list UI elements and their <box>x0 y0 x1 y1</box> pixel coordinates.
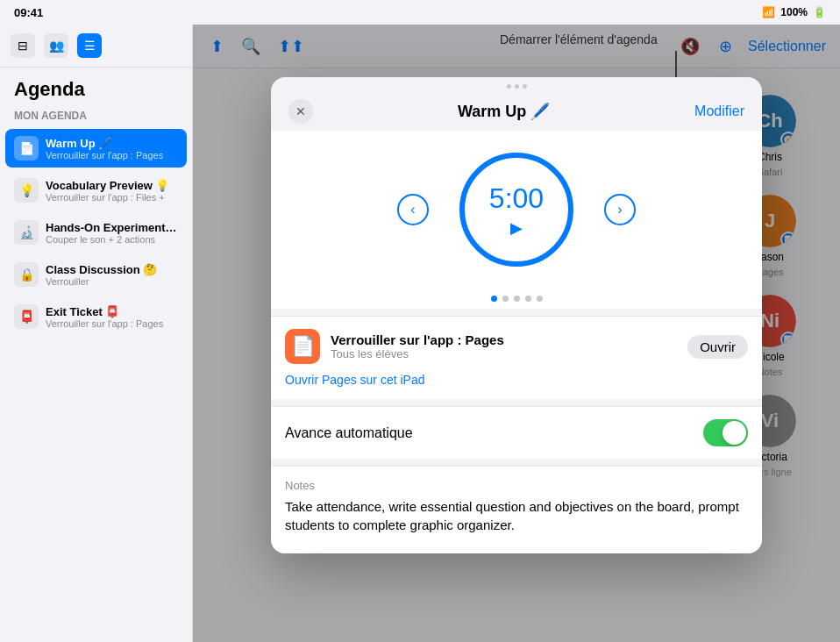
sidebar: ⊟ 👥 ☰ Agenda Mon agenda 📄 Warm Up 🖊️ Ver… <box>0 25 193 642</box>
app-link[interactable]: Ouvrir Pages sur cet iPad <box>285 373 748 387</box>
modal: ✕ Warm Up 🖊️ Modifier ‹ 5:00 ▶ <box>271 77 762 553</box>
page-dots <box>271 289 762 309</box>
discussion-icon: 🔒 <box>14 262 39 287</box>
sidebar-item-handson[interactable]: 🔬 Hands-On Experiment 🔬 Couper le son + … <box>5 213 187 252</box>
battery-icon: 🔋 <box>813 6 826 18</box>
notes-section: Notes Take attendance, write essential q… <box>271 466 762 553</box>
app-open-button[interactable]: Ouvrir <box>687 335 748 359</box>
warmup-icon: 📄 <box>14 136 39 160</box>
modal-header: ✕ Warm Up 🖊️ Modifier <box>271 89 762 131</box>
handle-dot-3 <box>523 84 527 89</box>
vocabulary-sub: Verrouiller sur l'app : Files + <box>46 192 178 203</box>
warmup-name: Warm Up 🖊️ <box>46 137 178 150</box>
app-lock-row: 📄 Verrouiller sur l'app : Pages Tous les… <box>285 329 748 364</box>
handle-dot-2 <box>515 84 519 89</box>
vocabulary-name: Vocabulary Preview 💡 <box>46 179 178 192</box>
page-dot-4[interactable] <box>525 296 531 302</box>
app-lock-sub: Tous les élèves <box>331 347 677 360</box>
auto-advance-label: Avance automatique <box>285 425 413 441</box>
auto-advance-section: Avance automatique <box>271 406 762 459</box>
status-icons: 📶 100% 🔋 <box>762 6 826 18</box>
page-dot-5[interactable] <box>537 296 543 302</box>
timer-play-button[interactable]: ▶ <box>510 218 523 238</box>
handson-icon: 🔬 <box>14 220 39 245</box>
modal-title: Warm Up 🖊️ <box>458 102 550 121</box>
status-bar: 09:41 📶 100% 🔋 <box>0 0 840 25</box>
status-time: 09:41 <box>14 6 43 19</box>
app-lock-section: 📄 Verrouiller sur l'app : Pages Tous les… <box>271 316 762 399</box>
handson-sub: Couper le son + 2 actions <box>46 234 178 245</box>
battery-label: 100% <box>780 6 808 18</box>
handle-dot-1 <box>507 84 511 89</box>
modal-close-button[interactable]: ✕ <box>288 99 313 124</box>
app-lock-name: Verrouiller sur l'app : Pages <box>331 332 677 347</box>
exit-icon: 📮 <box>14 304 39 329</box>
warmup-sub: Verrouiller sur l'app : Pages <box>46 150 178 160</box>
vocabulary-icon: 💡 <box>14 178 39 203</box>
page-dot-3[interactable] <box>514 296 520 302</box>
discussion-name: Class Discussion 🤔 <box>46 263 178 276</box>
list-icon[interactable]: ☰ <box>77 33 102 58</box>
timer-prev-button[interactable]: ‹ <box>397 194 429 225</box>
sidebar-title: Agenda <box>0 68 192 104</box>
auto-advance-toggle[interactable] <box>703 419 748 446</box>
notes-label: Notes <box>285 479 748 492</box>
content-area: ⬆ 🔍 ⬆⬆ 🔇 ⊕ Sélectionner C 📝 Chella Notes <box>193 25 840 642</box>
timer-display: 5:00 <box>489 182 544 215</box>
toggle-knob <box>723 421 746 445</box>
timer-next-button[interactable]: › <box>604 194 636 225</box>
handson-name: Hands-On Experiment 🔬 <box>46 221 178 234</box>
main-layout: ⊟ 👥 ☰ Agenda Mon agenda 📄 Warm Up 🖊️ Ver… <box>0 25 840 642</box>
page-dot-1[interactable] <box>491 296 497 302</box>
sidebar-item-discussion[interactable]: 🔒 Class Discussion 🤔 Verrouiller <box>5 255 187 294</box>
modal-handle <box>271 77 762 89</box>
notes-text: Take attendance, write essential questio… <box>285 497 748 534</box>
people-icon[interactable]: 👥 <box>44 33 68 58</box>
sidebar-item-exit[interactable]: 📮 Exit Ticket 📮 Verrouiller sur l'app : … <box>5 297 187 336</box>
modal-overlay[interactable]: ✕ Warm Up 🖊️ Modifier ‹ 5:00 ▶ <box>193 25 840 642</box>
sidebar-item-warmup[interactable]: 📄 Warm Up 🖊️ Verrouiller sur l'app : Pag… <box>5 129 187 168</box>
exit-name: Exit Ticket 📮 <box>46 305 178 318</box>
sidebar-toggle-icon[interactable]: ⊟ <box>11 33 35 58</box>
discussion-sub: Verrouiller <box>46 276 178 287</box>
pages-app-icon: 📄 <box>285 329 320 364</box>
sidebar-item-vocabulary[interactable]: 💡 Vocabulary Preview 💡 Verrouiller sur l… <box>5 171 187 210</box>
timer-section: ‹ 5:00 ▶ › <box>271 131 762 289</box>
modal-edit-button[interactable]: Modifier <box>694 103 744 119</box>
timer-circle: 5:00 ▶ <box>455 148 578 271</box>
wifi-icon: 📶 <box>762 6 775 18</box>
sidebar-section-title: Mon agenda <box>0 104 192 127</box>
page-dot-2[interactable] <box>502 296 509 302</box>
sidebar-toolbar: ⊟ 👥 ☰ <box>0 25 192 68</box>
exit-sub: Verrouiller sur l'app : Pages <box>46 318 178 329</box>
